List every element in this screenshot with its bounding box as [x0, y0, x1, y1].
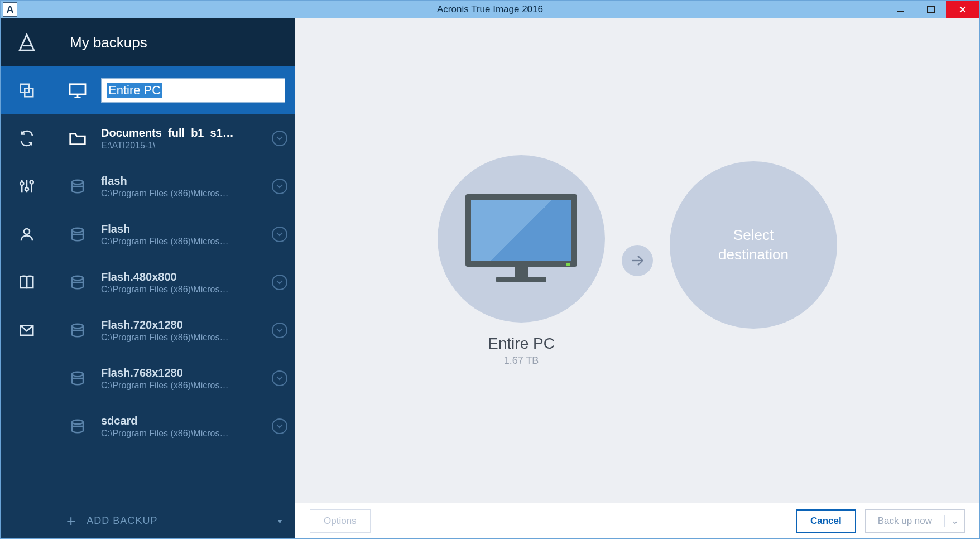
pc-icon	[66, 83, 89, 98]
item-menu-button[interactable]	[272, 179, 287, 194]
item-menu-button[interactable]	[272, 227, 287, 242]
nav-sync[interactable]	[1, 114, 53, 162]
backup-item[interactable]: Entire PC	[53, 66, 295, 114]
source-block: Entire PC 1.67 TB	[438, 155, 605, 367]
backup-path: C:\Program Files (x86)\Micros…	[101, 333, 267, 343]
svg-rect-15	[70, 84, 85, 94]
backup-stage: Entire PC 1.67 TB Select destination	[295, 18, 979, 503]
backup-item[interactable]: Flash.768x1280C:\Program Files (x86)\Mic…	[53, 354, 295, 402]
nav-help[interactable]	[1, 258, 53, 306]
nav-rail	[1, 18, 53, 538]
svg-point-12	[30, 180, 33, 184]
sidebar: My backups Entire PCDocuments_full_b1_s1…	[53, 18, 295, 538]
sidebar-heading: My backups	[53, 18, 295, 66]
item-menu-button[interactable]	[272, 275, 287, 290]
main-panel: Entire PC 1.67 TB Select destination Opt…	[295, 18, 979, 538]
backup-name: Flash.480x800	[101, 271, 267, 283]
disk-icon	[66, 322, 89, 339]
backup-path: C:\Program Files (x86)\Micros…	[101, 285, 267, 295]
item-menu-button[interactable]	[272, 323, 287, 338]
backup-path: E:\ATI2015-1\	[101, 141, 267, 151]
nav-tools[interactable]	[1, 162, 53, 210]
svg-point-13	[24, 229, 30, 234]
backup-path: C:\Program Files (x86)\Micros…	[101, 189, 267, 199]
backup-item[interactable]: Flash.720x1280C:\Program Files (x86)\Mic…	[53, 306, 295, 354]
item-menu-button[interactable]	[272, 418, 287, 434]
nav-logo[interactable]	[1, 18, 53, 66]
window-controls	[886, 1, 979, 18]
nav-account[interactable]	[1, 210, 53, 258]
monitor-icon	[465, 194, 577, 283]
source-selector[interactable]	[438, 155, 605, 323]
close-button[interactable]	[946, 1, 979, 18]
backup-path: C:\Program Files (x86)\Micros…	[101, 237, 267, 247]
dest-line2: destination	[718, 245, 789, 264]
backup-path: C:\Program Files (x86)\Micros…	[101, 381, 267, 391]
nav-backup[interactable]	[1, 66, 53, 114]
backup-path: C:\Program Files (x86)\Micros…	[101, 429, 267, 439]
svg-rect-1	[928, 7, 934, 12]
disk-icon	[66, 178, 89, 195]
backup-name: flash	[101, 175, 267, 187]
arrow-icon	[622, 245, 653, 276]
backup-now-label: Back up now	[866, 516, 944, 527]
disk-icon	[66, 274, 89, 291]
disk-icon	[66, 418, 89, 435]
destination-selector[interactable]: Select destination	[670, 161, 837, 329]
dest-line1: Select	[718, 225, 789, 245]
titlebar: A Acronis True Image 2016	[1, 1, 979, 18]
minimize-button[interactable]	[886, 1, 916, 18]
svg-point-8	[20, 182, 23, 185]
backup-item[interactable]: FlashC:\Program Files (x86)\Micros…	[53, 210, 295, 258]
backup-item[interactable]: Documents_full_b1_s1…E:\ATI2015-1\	[53, 114, 295, 162]
backup-now-button[interactable]: Back up now ⌄	[865, 509, 965, 533]
backup-name: Flash.720x1280	[101, 319, 267, 331]
backup-item[interactable]: sdcardC:\Program Files (x86)\Micros…	[53, 402, 295, 450]
backup-name: Flash	[101, 223, 267, 235]
item-menu-button[interactable]	[272, 131, 287, 146]
disk-icon	[66, 226, 89, 243]
maximize-button[interactable]	[916, 1, 946, 18]
svg-point-10	[25, 187, 28, 191]
window-title: Acronis True Image 2016	[437, 4, 543, 15]
backup-list: Entire PCDocuments_full_b1_s1…E:\ATI2015…	[53, 66, 295, 503]
backup-name-input[interactable]: Entire PC	[101, 78, 285, 103]
nav-feedback[interactable]	[1, 306, 53, 354]
item-menu-button[interactable]	[272, 370, 287, 386]
source-title: Entire PC	[488, 335, 555, 353]
chevron-down-icon[interactable]: ⌄	[944, 515, 964, 527]
action-bar: Options Cancel Back up now ⌄	[295, 503, 979, 538]
backup-item[interactable]: Flash.480x800C:\Program Files (x86)\Micr…	[53, 258, 295, 306]
app-icon: A	[3, 2, 17, 17]
backup-item[interactable]: flashC:\Program Files (x86)\Micros…	[53, 162, 295, 210]
chevron-down-icon: ▾	[278, 517, 282, 526]
backup-name: sdcard	[101, 415, 267, 427]
app-window: A Acronis True Image 2016	[0, 0, 980, 539]
add-backup-button[interactable]: + ADD BACKUP ▾	[53, 503, 295, 538]
backup-name: Documents_full_b1_s1…	[101, 127, 267, 139]
disk-icon	[66, 370, 89, 387]
options-button[interactable]: Options	[310, 509, 371, 533]
backup-name: Flash.768x1280	[101, 367, 267, 379]
cancel-button[interactable]: Cancel	[796, 509, 856, 533]
folder-icon	[66, 131, 89, 146]
add-backup-label: ADD BACKUP	[87, 515, 278, 527]
source-size: 1.67 TB	[504, 355, 539, 367]
plus-icon: +	[66, 512, 75, 530]
